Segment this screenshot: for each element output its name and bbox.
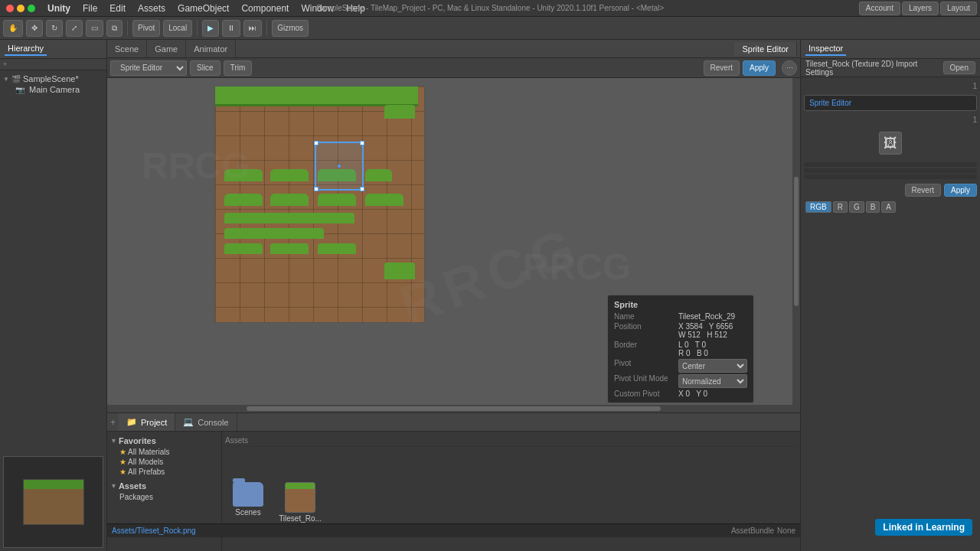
project-tabs: + 📁 Project 💻 Console [107, 413, 800, 432]
window-title: SampleScene - TileMap_Project - PC, Mac … [316, 4, 664, 12]
add-project-btn[interactable]: + [107, 417, 119, 428]
sprite-section-label: Sprite [614, 300, 747, 309]
maximize-button[interactable] [28, 5, 35, 12]
all-prefabs-item[interactable]: ★ All Prefabs [119, 467, 218, 477]
account-button[interactable]: Account [859, 2, 900, 15]
inspector-revert-button[interactable]: Revert [905, 184, 941, 197]
r-channel[interactable]: R [833, 201, 848, 213]
menu-gameobject[interactable]: GameObject [172, 0, 235, 17]
hierarchy-add-btn[interactable]: + [3, 60, 7, 68]
tileset-asset-label: Tileset_Ro... [279, 514, 322, 523]
layers-button[interactable]: Layers [902, 2, 939, 15]
star-icon-2: ★ [119, 458, 126, 466]
tileset-asset[interactable]: Tileset_Ro... [277, 480, 323, 525]
tab-scene[interactable]: Scene [107, 40, 147, 57]
trim-button[interactable]: Trim [224, 60, 253, 76]
step-button[interactable]: ⏭ [243, 20, 262, 37]
sprite-canvas [214, 86, 582, 412]
local-button[interactable]: Local [163, 20, 192, 37]
center-handle[interactable] [338, 165, 341, 168]
rotate-tool[interactable]: ↻ [46, 20, 63, 37]
tab-project[interactable]: 📁 Project [119, 413, 175, 431]
revert-apply-row: Revert Apply [804, 181, 977, 200]
horizontal-scrollbar[interactable] [107, 405, 800, 412]
top-right-controls: Account Layers Layout [859, 2, 980, 15]
scenes-folder-label: Scenes [235, 508, 260, 517]
open-button[interactable]: Open [943, 61, 975, 74]
handle-tr[interactable] [360, 141, 364, 145]
sprite-editor-toolbar: Sprite Editor Slice Trim Revert Apply ⋯ [107, 58, 800, 78]
handle-br[interactable] [360, 187, 364, 191]
settings-circle-btn[interactable]: ⋯ [782, 60, 797, 76]
scale-tool[interactable]: ⤢ [66, 20, 83, 37]
hierarchy-tab[interactable]: Hierarchy [5, 42, 47, 56]
minimize-button[interactable] [17, 5, 24, 12]
menu-unity[interactable]: Unity [41, 0, 77, 17]
tab-sprite-editor[interactable]: Sprite Editor [734, 42, 797, 56]
file-path-text[interactable]: Assets/Tileset_Rock.png [112, 527, 196, 535]
none-label: None [777, 527, 795, 535]
inspector-apply-button[interactable]: Apply [944, 184, 977, 197]
menu-file[interactable]: File [77, 0, 103, 17]
sprite-canvas-area[interactable]: RRCG RRCG [107, 78, 800, 412]
gizmos-button[interactable]: Gizmos [272, 20, 309, 37]
handle-tl[interactable] [314, 141, 318, 145]
packages-item[interactable]: Packages [110, 492, 218, 502]
close-button[interactable] [6, 5, 14, 12]
move-tool[interactable]: ✥ [26, 20, 43, 37]
sprite-info-popup: Sprite Name Tileset_Rock_29 Position X 3… [607, 295, 754, 403]
pivot-unit-dropdown[interactable]: Normalized [678, 374, 747, 388]
pause-button[interactable]: ⏸ [222, 20, 240, 37]
transform-tool[interactable]: ⧉ [106, 20, 122, 37]
hierarchy-item-camera[interactable]: 📷 Main Camera [3, 84, 103, 95]
g-channel[interactable]: G [849, 201, 864, 213]
slider-1[interactable] [804, 162, 977, 167]
menu-assets[interactable]: Assets [132, 0, 172, 17]
grass-right-lower [384, 262, 415, 279]
vertical-scrollbar[interactable] [792, 78, 800, 405]
favorites-section[interactable]: ▼ Favorites [110, 435, 218, 447]
sprite-editor-ref-button[interactable]: Sprite Editor [804, 95, 977, 111]
custom-pivot-value: X 0 Y 0 [678, 390, 747, 398]
pivot-dropdown[interactable]: Center [678, 359, 747, 373]
tab-console[interactable]: 💻 Console [175, 413, 237, 431]
scenes-folder[interactable]: Scenes [225, 480, 271, 519]
platform-6 [270, 194, 309, 206]
pivot-button[interactable]: Pivot [132, 20, 160, 37]
layout-button[interactable]: Layout [940, 2, 977, 15]
tab-animator[interactable]: Animator [186, 40, 236, 57]
grass-patch-right [384, 105, 415, 119]
a-channel[interactable]: A [881, 201, 896, 213]
favorites-label: Favorites [119, 436, 156, 445]
slider-2[interactable] [804, 168, 977, 173]
all-materials-item[interactable]: ★ All Materials [119, 447, 218, 457]
inspector-number-2: 1 [804, 114, 977, 126]
center-tabs: Scene Game Animator Sprite Editor [107, 40, 800, 58]
rect-tool[interactable]: ▭ [86, 20, 103, 37]
menu-component[interactable]: Component [235, 0, 295, 17]
tab-game[interactable]: Game [147, 40, 186, 57]
all-models-item[interactable]: ★ All Models [119, 457, 218, 467]
toolbar-separator-2 [197, 21, 198, 36]
packages-label[interactable]: Packages [119, 492, 218, 502]
sprite-editor-dropdown[interactable]: Sprite Editor [110, 60, 187, 76]
b-channel[interactable]: B [866, 201, 880, 213]
apply-button[interactable]: Apply [743, 60, 776, 76]
hierarchy-item-scene[interactable]: ▼ 🎬 SampleScene* [3, 73, 103, 84]
color-channels: RGB R G B A [804, 200, 977, 214]
slider-3[interactable] [804, 174, 977, 179]
play-button[interactable]: ▶ [202, 20, 219, 37]
platform-5 [224, 194, 263, 206]
assets-section[interactable]: ▼ Assets [110, 480, 218, 492]
pivot-unit-label: Pivot Unit Mode [614, 374, 675, 388]
position-label: Position [614, 322, 675, 339]
menu-edit[interactable]: Edit [103, 0, 132, 17]
handle-bl[interactable] [314, 187, 318, 191]
star-icon: ★ [119, 448, 126, 456]
inspector-tab[interactable]: Inspector [805, 42, 846, 56]
slice-button[interactable]: Slice [190, 60, 220, 76]
revert-button[interactable]: Revert [704, 60, 740, 76]
hand-tool[interactable]: ✋ [3, 20, 23, 37]
rgb-channel[interactable]: RGB [805, 201, 831, 213]
main-layout: Hierarchy + ▼ 🎬 SampleScene* 📷 Main Came… [0, 40, 980, 551]
